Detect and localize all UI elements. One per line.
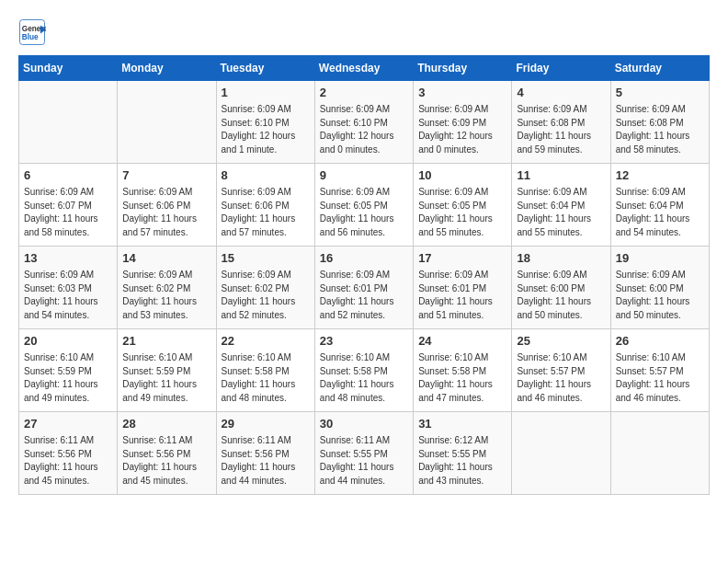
day-info: Sunrise: 6:09 AM Sunset: 6:00 PM Dayligh… (517, 269, 605, 322)
day-cell: 29Sunrise: 6:11 AM Sunset: 5:56 PM Dayli… (216, 412, 314, 495)
day-cell (610, 412, 709, 495)
calendar-body: 1Sunrise: 6:09 AM Sunset: 6:10 PM Daylig… (19, 81, 710, 495)
day-cell: 8Sunrise: 6:09 AM Sunset: 6:06 PM Daylig… (216, 164, 314, 247)
day-cell: 19Sunrise: 6:09 AM Sunset: 6:00 PM Dayli… (610, 247, 709, 329)
day-info: Sunrise: 6:10 AM Sunset: 5:57 PM Dayligh… (616, 351, 704, 405)
day-info: Sunrise: 6:09 AM Sunset: 6:04 PM Dayligh… (517, 186, 605, 239)
day-cell: 11Sunrise: 6:09 AM Sunset: 6:04 PM Dayli… (512, 164, 610, 247)
day-cell: 26Sunrise: 6:10 AM Sunset: 5:57 PM Dayli… (610, 329, 709, 412)
day-info: Sunrise: 6:09 AM Sunset: 6:05 PM Dayligh… (418, 186, 506, 239)
day-cell: 24Sunrise: 6:10 AM Sunset: 5:58 PM Dayli… (414, 329, 512, 412)
day-info: Sunrise: 6:10 AM Sunset: 5:59 PM Dayligh… (24, 351, 112, 405)
week-row-3: 13Sunrise: 6:09 AM Sunset: 6:03 PM Dayli… (19, 247, 710, 329)
day-number: 21 (122, 333, 210, 350)
day-number: 1 (222, 85, 310, 101)
day-cell: 21Sunrise: 6:10 AM Sunset: 5:59 PM Dayli… (118, 329, 216, 412)
day-info: Sunrise: 6:09 AM Sunset: 6:06 PM Dayligh… (222, 186, 310, 239)
day-cell: 25Sunrise: 6:10 AM Sunset: 5:57 PM Dayli… (512, 329, 610, 412)
day-info: Sunrise: 6:09 AM Sunset: 6:02 PM Dayligh… (222, 269, 310, 322)
header-cell-sunday: Sunday (19, 56, 118, 81)
day-number: 20 (24, 333, 112, 350)
day-cell: 27Sunrise: 6:11 AM Sunset: 5:56 PM Dayli… (19, 412, 118, 495)
header-cell-thursday: Thursday (414, 56, 512, 81)
day-number: 8 (222, 167, 310, 184)
day-number: 6 (24, 167, 112, 184)
header-cell-friday: Friday (512, 56, 610, 81)
day-number: 25 (517, 333, 605, 350)
day-cell: 14Sunrise: 6:09 AM Sunset: 6:02 PM Dayli… (118, 247, 216, 329)
day-info: Sunrise: 6:09 AM Sunset: 6:10 PM Dayligh… (222, 103, 310, 156)
day-cell: 3Sunrise: 6:09 AM Sunset: 6:09 PM Daylig… (414, 81, 512, 164)
day-number: 4 (517, 85, 605, 101)
day-info: Sunrise: 6:09 AM Sunset: 6:05 PM Dayligh… (320, 186, 408, 239)
day-cell: 20Sunrise: 6:10 AM Sunset: 5:59 PM Dayli… (19, 329, 118, 412)
day-number: 7 (122, 167, 210, 184)
day-info: Sunrise: 6:09 AM Sunset: 6:10 PM Dayligh… (320, 103, 408, 156)
day-cell (512, 412, 610, 495)
day-cell: 22Sunrise: 6:10 AM Sunset: 5:58 PM Dayli… (216, 329, 314, 412)
day-number: 24 (418, 333, 506, 350)
day-info: Sunrise: 6:11 AM Sunset: 5:56 PM Dayligh… (222, 434, 310, 488)
day-info: Sunrise: 6:10 AM Sunset: 5:58 PM Dayligh… (320, 351, 408, 405)
day-cell: 30Sunrise: 6:11 AM Sunset: 5:55 PM Dayli… (314, 412, 413, 495)
page-header: General Blue (18, 18, 710, 46)
day-info: Sunrise: 6:09 AM Sunset: 6:04 PM Dayligh… (616, 186, 704, 239)
day-info: Sunrise: 6:11 AM Sunset: 5:55 PM Dayligh… (320, 434, 408, 488)
day-info: Sunrise: 6:10 AM Sunset: 5:58 PM Dayligh… (418, 351, 506, 405)
day-info: Sunrise: 6:09 AM Sunset: 6:03 PM Dayligh… (24, 269, 112, 322)
header-cell-tuesday: Tuesday (216, 56, 314, 81)
day-cell: 2Sunrise: 6:09 AM Sunset: 6:10 PM Daylig… (314, 81, 413, 164)
day-number: 18 (517, 250, 605, 267)
day-cell: 4Sunrise: 6:09 AM Sunset: 6:08 PM Daylig… (512, 81, 610, 164)
day-cell: 7Sunrise: 6:09 AM Sunset: 6:06 PM Daylig… (118, 164, 216, 247)
day-info: Sunrise: 6:09 AM Sunset: 6:02 PM Dayligh… (122, 269, 210, 322)
day-cell: 12Sunrise: 6:09 AM Sunset: 6:04 PM Dayli… (610, 164, 709, 247)
day-number: 13 (24, 250, 112, 267)
day-info: Sunrise: 6:09 AM Sunset: 6:00 PM Dayligh… (616, 269, 704, 322)
day-cell: 17Sunrise: 6:09 AM Sunset: 6:01 PM Dayli… (414, 247, 512, 329)
day-number: 28 (122, 416, 210, 432)
day-info: Sunrise: 6:09 AM Sunset: 6:09 PM Dayligh… (418, 103, 506, 156)
calendar-table: SundayMondayTuesdayWednesdayThursdayFrid… (18, 55, 710, 495)
header-cell-saturday: Saturday (610, 56, 709, 81)
day-cell: 16Sunrise: 6:09 AM Sunset: 6:01 PM Dayli… (314, 247, 413, 329)
day-number: 19 (616, 250, 704, 267)
day-cell: 5Sunrise: 6:09 AM Sunset: 6:08 PM Daylig… (610, 81, 709, 164)
day-cell (118, 81, 216, 164)
logo: General Blue (18, 18, 50, 46)
day-info: Sunrise: 6:12 AM Sunset: 5:55 PM Dayligh… (418, 434, 506, 488)
day-number: 11 (517, 167, 605, 184)
header-row: SundayMondayTuesdayWednesdayThursdayFrid… (19, 56, 710, 81)
day-info: Sunrise: 6:09 AM Sunset: 6:08 PM Dayligh… (616, 103, 704, 156)
day-info: Sunrise: 6:09 AM Sunset: 6:08 PM Dayligh… (517, 103, 605, 156)
day-number: 5 (616, 85, 704, 101)
day-number: 16 (320, 250, 408, 267)
day-cell: 13Sunrise: 6:09 AM Sunset: 6:03 PM Dayli… (19, 247, 118, 329)
day-info: Sunrise: 6:10 AM Sunset: 5:57 PM Dayligh… (517, 351, 605, 405)
week-row-1: 1Sunrise: 6:09 AM Sunset: 6:10 PM Daylig… (19, 81, 710, 164)
day-cell (19, 81, 118, 164)
day-info: Sunrise: 6:09 AM Sunset: 6:01 PM Dayligh… (418, 269, 506, 322)
header-cell-wednesday: Wednesday (314, 56, 413, 81)
day-cell: 23Sunrise: 6:10 AM Sunset: 5:58 PM Dayli… (314, 329, 413, 412)
day-cell: 18Sunrise: 6:09 AM Sunset: 6:00 PM Dayli… (512, 247, 610, 329)
day-info: Sunrise: 6:09 AM Sunset: 6:01 PM Dayligh… (320, 269, 408, 322)
day-number: 26 (616, 333, 704, 350)
day-number: 12 (616, 167, 704, 184)
day-info: Sunrise: 6:10 AM Sunset: 5:58 PM Dayligh… (222, 351, 310, 405)
day-info: Sunrise: 6:11 AM Sunset: 5:56 PM Dayligh… (24, 434, 112, 488)
day-cell: 28Sunrise: 6:11 AM Sunset: 5:56 PM Dayli… (118, 412, 216, 495)
day-number: 14 (122, 250, 210, 267)
day-number: 29 (222, 416, 310, 432)
day-number: 15 (222, 250, 310, 267)
week-row-2: 6Sunrise: 6:09 AM Sunset: 6:07 PM Daylig… (19, 164, 710, 247)
day-number: 23 (320, 333, 408, 350)
day-info: Sunrise: 6:10 AM Sunset: 5:59 PM Dayligh… (122, 351, 210, 405)
day-cell: 1Sunrise: 6:09 AM Sunset: 6:10 PM Daylig… (216, 81, 314, 164)
calendar-header: SundayMondayTuesdayWednesdayThursdayFrid… (19, 56, 710, 81)
day-number: 10 (418, 167, 506, 184)
day-number: 30 (320, 416, 408, 432)
day-number: 31 (418, 416, 506, 432)
day-cell: 10Sunrise: 6:09 AM Sunset: 6:05 PM Dayli… (414, 164, 512, 247)
day-number: 3 (418, 85, 506, 101)
